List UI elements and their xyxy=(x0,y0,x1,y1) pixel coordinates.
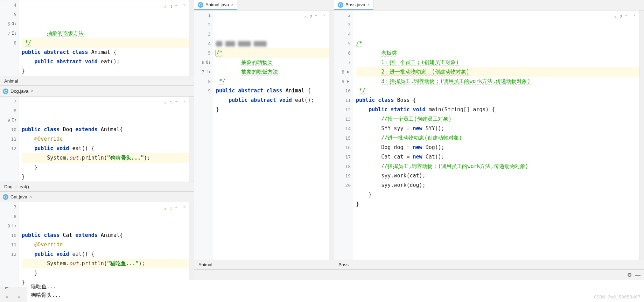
more-left-icon[interactable]: » xyxy=(1,292,13,302)
gutter-line[interactable]: 18 xyxy=(334,162,353,171)
code-line[interactable]: 老板类 xyxy=(356,48,644,58)
gutter-line[interactable]: 8 xyxy=(0,106,19,115)
nav-chevrons[interactable]: ˄ ˅ xyxy=(625,12,637,21)
code-line[interactable]: } xyxy=(356,190,644,199)
code-line[interactable]: */ xyxy=(216,77,334,86)
code-line[interactable]: public class Cat extends Animal{ xyxy=(22,231,194,240)
code-line[interactable]: //招一个员工(创建员工对象) xyxy=(356,114,644,124)
gutter-line[interactable]: 17 xyxy=(334,152,353,162)
code-line[interactable]: 3：指挥员工,饲养动物；(调用员工的work方法,传递动物对象) xyxy=(356,77,644,86)
inspection-badge[interactable]: ⚠ 3 ˄ ˅ xyxy=(164,2,187,11)
override-gutter-icon[interactable]: I↓ xyxy=(206,67,211,77)
close-icon[interactable]: × xyxy=(367,2,370,7)
run-gutter-icon[interactable]: ▶ xyxy=(346,67,351,77)
code-line[interactable]: } xyxy=(216,105,334,114)
gutter-line[interactable]: 8 xyxy=(0,38,19,48)
crumb[interactable]: Animal xyxy=(198,262,212,267)
gutter-line[interactable]: 9I↑ xyxy=(0,115,19,125)
gutter-line[interactable]: 6O↓ xyxy=(194,58,213,67)
gutter-line[interactable]: 11 xyxy=(0,134,19,144)
code-line[interactable]: } xyxy=(356,199,644,209)
gutter-line[interactable]: 9▶ xyxy=(334,77,353,86)
more-right-icon[interactable]: » xyxy=(13,292,24,302)
editor-mid-animal[interactable]: 123456O↓7I↓89 ⚠ 2 ˄ ˅ ▇▇ ▇▇▇ ▇▇▇▇ ▇▇▇▇/*… xyxy=(194,10,334,260)
error-stripe[interactable] xyxy=(189,202,194,287)
inspection-badge[interactable]: ⚠ 2 ˄ ˅ xyxy=(614,12,637,21)
tab-boss-java[interactable]: Boss.java× xyxy=(334,0,373,10)
gutter-line[interactable]: 7I↓ xyxy=(0,29,19,38)
inspection-badge[interactable]: ⚠ 2 ˄ ˅ xyxy=(304,12,327,21)
gutter-line[interactable]: 6O↓ xyxy=(0,19,19,29)
inspection-badge[interactable]: ⚠ 1 ˄ ˅ xyxy=(164,98,187,107)
code-line[interactable]: Cat cat = new Cat(); xyxy=(356,152,644,162)
gutter-line[interactable]: 9I↑ xyxy=(0,221,19,231)
gutter-line[interactable]: 16 xyxy=(334,143,353,152)
gutter-line[interactable]: 9 xyxy=(194,86,213,96)
code-line[interactable] xyxy=(216,114,334,124)
editor-boss[interactable]: 2345678▶9▶1011121314151617181920 ⚠ 2 ˄ ˅… xyxy=(334,10,644,260)
tab-animal-java[interactable]: Animal.java× xyxy=(194,0,237,10)
gutter-line[interactable]: 11 xyxy=(334,96,353,105)
gutter-line[interactable]: 4 xyxy=(334,29,353,39)
nav-chevrons[interactable]: ˄ ˅ xyxy=(315,12,327,21)
gutter-line[interactable]: 7 xyxy=(334,58,353,67)
gutter-line[interactable]: 15 xyxy=(334,133,353,143)
gutter-line[interactable]: 2 xyxy=(334,10,353,20)
close-icon[interactable]: × xyxy=(29,194,32,199)
close-icon[interactable]: × xyxy=(231,2,233,7)
gutter-line[interactable]: 7I↓ xyxy=(194,67,213,77)
code-line[interactable] xyxy=(356,209,644,218)
pane-filename[interactable]: Cat.java xyxy=(10,194,27,199)
gutter-line[interactable]: 8▶ xyxy=(334,67,353,77)
override-gutter-icon[interactable]: I↑ xyxy=(12,221,16,231)
nav-chevrons[interactable]: ˄ ˅ xyxy=(175,98,187,107)
gutter-line[interactable]: 20 xyxy=(334,181,353,190)
nav-chevrons[interactable]: ˄ ˅ xyxy=(175,2,187,11)
gutter-line[interactable]: 12 xyxy=(334,105,353,114)
crumb[interactable]: Animal xyxy=(4,78,18,84)
code-line[interactable]: //进一批动物幼崽(创建动物对象) xyxy=(356,133,644,143)
code-line[interactable]: */ xyxy=(356,86,644,96)
gutter-line[interactable]: 13 xyxy=(334,114,353,124)
code-line[interactable]: public class Boss { xyxy=(356,96,644,105)
editor-animal[interactable]: 456O↓7I↓8 ⚠ 3 ˄ ˅ 抽象的吃饭方法 */public abstr… xyxy=(0,0,194,76)
code-line[interactable]: @Override xyxy=(22,134,194,144)
gutter-line[interactable]: 7 xyxy=(0,97,19,106)
console-output[interactable]: 猫吃鱼...狗啃骨头...CSDN @m0_59058407 xyxy=(27,280,644,302)
code-line[interactable]: /* xyxy=(216,48,334,58)
code-line[interactable]: public abstract class Animal { xyxy=(216,86,334,96)
crumb[interactable]: Boss xyxy=(338,262,349,267)
gutter-line[interactable]: 7 xyxy=(0,202,19,212)
override-gutter-icon[interactable]: O↓ xyxy=(206,58,211,67)
code-line[interactable]: public abstract void eat(); xyxy=(216,96,334,105)
gutter-line[interactable]: 10 xyxy=(334,86,353,96)
code-line[interactable]: Dog dog = new Dog(); xyxy=(356,143,644,152)
error-stripe[interactable] xyxy=(329,10,334,260)
gutter-line[interactable]: 3 xyxy=(334,20,353,29)
code-line[interactable]: public abstract class Animal { xyxy=(22,48,194,57)
code-line[interactable]: public void eat() { xyxy=(22,250,194,259)
code-line[interactable]: } xyxy=(22,172,194,182)
gutter-line[interactable]: 6 xyxy=(334,48,353,58)
crumb[interactable]: eat() xyxy=(20,184,29,189)
gutter-line[interactable]: 10 xyxy=(0,231,19,240)
code-line[interactable]: public abstract void eat(); xyxy=(22,57,194,66)
code-line[interactable]: syy.work(dog); xyxy=(356,181,644,190)
gutter-line[interactable]: 12 xyxy=(0,144,19,153)
gutter-line[interactable]: 5 xyxy=(0,10,19,19)
nav-chevrons[interactable]: ˄ ˅ xyxy=(175,204,187,213)
run-gutter-icon[interactable]: ▶ xyxy=(346,77,351,86)
code-line[interactable]: } xyxy=(22,66,194,76)
code-line[interactable]: //指挥员工,饲养动物；(调用员工的work方法,传递动物对象) xyxy=(356,162,644,171)
override-gutter-icon[interactable]: I↑ xyxy=(12,115,16,125)
gutter-line[interactable]: 1 xyxy=(194,10,213,20)
override-gutter-icon[interactable]: I↓ xyxy=(12,29,16,38)
gutter-line[interactable]: 4 xyxy=(0,0,19,10)
close-icon[interactable]: × xyxy=(30,89,33,94)
code-line[interactable]: @Override xyxy=(22,240,194,250)
gutter-line[interactable]: 19 xyxy=(334,171,353,181)
gutter-line[interactable]: 2 xyxy=(194,20,213,29)
editor-cat[interactable]: 789I↑101112 ⚠ 1 ˄ ˅ public class Cat ext… xyxy=(0,202,194,287)
gutter-line[interactable]: 10 xyxy=(0,125,19,134)
code-line[interactable]: 抽象的吃饭方法 xyxy=(216,67,334,77)
